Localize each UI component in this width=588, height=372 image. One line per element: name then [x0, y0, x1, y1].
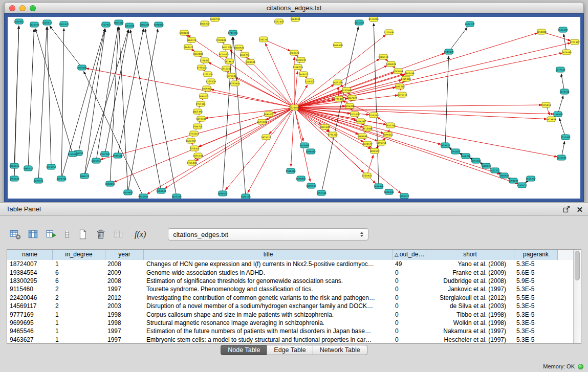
- graph-node[interactable]: 1595813: [541, 102, 551, 107]
- graph-edge-black[interactable]: [47, 27, 51, 167]
- graph-node[interactable]: 1961122: [289, 50, 299, 55]
- graph-node[interactable]: 1575715: [397, 92, 407, 97]
- graph-node[interactable]: 1452222: [490, 168, 500, 173]
- graph-node[interactable]: 1873345: [196, 116, 206, 121]
- map-table-button[interactable]: [113, 228, 125, 240]
- graph-edge-black[interactable]: [28, 29, 34, 168]
- column-header-in-degree[interactable]: in_degree: [53, 250, 105, 260]
- graph-node[interactable]: 1715344: [221, 66, 231, 71]
- graph-node[interactable]: 1986204: [139, 22, 149, 27]
- tab-network-table[interactable]: Network Table: [313, 345, 367, 355]
- graph-node[interactable]: 1710352: [560, 135, 571, 140]
- graph-node[interactable]: 1803012: [114, 20, 124, 25]
- graph-edge-black[interactable]: [233, 37, 246, 196]
- graph-node[interactable]: 1598223: [293, 64, 303, 70]
- graph-node[interactable]: 9745944: [138, 194, 148, 199]
- graph-edge-black[interactable]: [130, 30, 161, 191]
- graph-node[interactable]: 1659022: [217, 191, 228, 196]
- float-panel-icon[interactable]: [562, 206, 570, 213]
- graph-edge-black[interactable]: [14, 26, 19, 166]
- table-row[interactable]: 1456911722003Disruption of a novel membe…: [7, 302, 573, 310]
- graph-node[interactable]: 1003044: [245, 59, 255, 64]
- graph-node[interactable]: 1643422: [298, 72, 309, 77]
- graph-node[interactable]: 1664609: [333, 42, 343, 48]
- graph-node[interactable]: 9115469: [362, 126, 373, 131]
- graph-edge-red[interactable]: [294, 53, 445, 107]
- graph-node[interactable]: 1474538: [559, 89, 570, 94]
- graph-edge-black[interactable]: [84, 72, 143, 196]
- graph-node[interactable]: 1485083: [401, 76, 411, 81]
- graph-node[interactable]: 2060013: [9, 163, 19, 168]
- graph-node[interactable]: 2200848: [216, 37, 226, 42]
- graph-edge-black[interactable]: [445, 56, 449, 145]
- graph-node[interactable]: 1601226: [222, 45, 232, 50]
- column-header-year[interactable]: year: [105, 250, 144, 260]
- table-row[interactable]: 946554611997Estimation of the future num…: [7, 327, 573, 335]
- graph-node[interactable]: 1903444: [156, 188, 166, 193]
- graph-node[interactable]: 2039155: [33, 178, 43, 183]
- graph-node[interactable]: 1625156: [333, 80, 343, 85]
- graph-node[interactable]: 1698033: [306, 149, 316, 154]
- graph-edge-black[interactable]: [50, 26, 82, 68]
- graph-node[interactable]: 1631740: [385, 123, 396, 128]
- graph-edge-black[interactable]: [145, 29, 177, 196]
- graph-node[interactable]: 1724311: [189, 131, 199, 136]
- graph-node[interactable]: 1698844: [508, 178, 518, 183]
- graph-node[interactable]: 1831265: [354, 20, 364, 25]
- graph-node[interactable]: 1554922: [362, 173, 372, 178]
- graph-node[interactable]: 1986110: [378, 54, 388, 59]
- graph-node[interactable]: 1067427: [347, 95, 357, 100]
- graph-node[interactable]: 1724066: [289, 105, 299, 110]
- graph-node[interactable]: 1698170: [296, 57, 306, 62]
- column-header-out-degree[interactable]: △out_de…: [393, 250, 426, 260]
- graph-node[interactable]: 3671504: [257, 119, 267, 124]
- graph-node[interactable]: 1691344: [193, 153, 203, 158]
- graph-node[interactable]: 3420043: [219, 52, 229, 57]
- graph-node[interactable]: 1623859: [546, 117, 556, 122]
- graph-node[interactable]: 1946933: [499, 173, 509, 178]
- graph-edge-black[interactable]: [61, 29, 105, 179]
- graph-node[interactable]: 1823955: [123, 190, 133, 195]
- graph-node[interactable]: 1232963: [341, 87, 352, 93]
- graph-edge-black[interactable]: [374, 24, 379, 186]
- graph-node[interactable]: 2069351: [14, 19, 24, 24]
- graph-node[interactable]: 1771447: [334, 96, 344, 101]
- graph-node[interactable]: 1074227: [465, 21, 475, 27]
- graph-edge-red[interactable]: [367, 156, 373, 176]
- graph-node[interactable]: 1986222: [79, 173, 90, 179]
- graph-edge-red[interactable]: [294, 107, 547, 119]
- graph-node[interactable]: 1825533: [171, 194, 182, 199]
- network-canvas[interactable]: 1724066206935118263431605414190132217579…: [8, 17, 580, 199]
- graph-node[interactable]: 1686935: [357, 134, 367, 139]
- graph-node[interactable]: 1988044: [286, 168, 296, 173]
- table-row[interactable]: 946362711997Embryonic stem cells: a mode…: [7, 336, 573, 343]
- graph-edge-black[interactable]: [38, 27, 47, 181]
- graph-edge-red[interactable]: [294, 107, 553, 114]
- graph-node[interactable]: 1956033: [9, 176, 19, 181]
- close-window-button[interactable]: [9, 5, 15, 11]
- graph-node[interactable]: 1823611: [224, 59, 234, 64]
- graph-node[interactable]: 1757911: [101, 22, 111, 27]
- graph-edge-black[interactable]: [36, 29, 73, 154]
- column-header-title[interactable]: title: [144, 250, 393, 260]
- graph-node[interactable]: 1826343: [29, 22, 39, 27]
- graph-node[interactable]: 1952344: [316, 190, 326, 195]
- table-row[interactable]: 911546021997Tourette syndrome. Phenomeno…: [7, 285, 573, 293]
- column-header-short[interactable]: short: [426, 250, 514, 260]
- graph-node[interactable]: 1860122: [186, 37, 197, 42]
- graph-node[interactable]: 1849933: [306, 183, 316, 188]
- graph-node[interactable]: 1698855: [296, 176, 306, 181]
- graph-node[interactable]: 1765444: [187, 160, 197, 165]
- window-titlebar[interactable]: citations_edges.txt: [4, 2, 584, 13]
- graph-edge-red[interactable]: [294, 107, 499, 174]
- table-row[interactable]: 977716911998Corpus callosum shape and si…: [7, 310, 573, 318]
- graph-node[interactable]: 8507744: [100, 151, 110, 157]
- graph-node[interactable]: 1867393: [192, 109, 203, 114]
- graph-node[interactable]: 5501552: [91, 158, 101, 163]
- graph-node[interactable]: 2053076: [77, 65, 87, 70]
- graph-edge-black[interactable]: [128, 29, 158, 192]
- graph-node[interactable]: 1276441: [200, 58, 210, 63]
- graph-node[interactable]: 1956744: [461, 154, 471, 159]
- graph-node[interactable]: 1985022: [23, 166, 33, 171]
- graph-edge-red[interactable]: [147, 107, 294, 194]
